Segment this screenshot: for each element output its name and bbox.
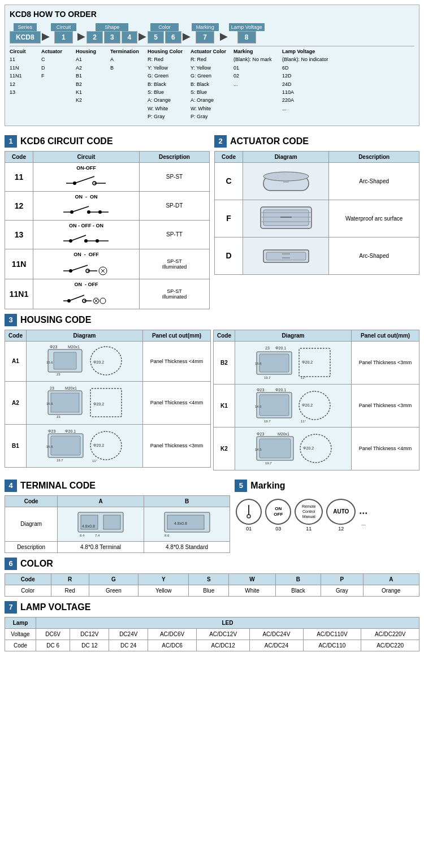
housing-k1-svg: Φ23 Φ20.1 14.5 19.7 Φ20.2 11° [254,387,333,424]
color-yellow: Yellow [139,585,189,596]
housing-k1-panel: Panel Thickness <3mm [352,384,419,427]
svg-text:19.7: 19.7 [265,461,272,465]
section-2-num: 2 [214,135,227,148]
terminal-b-diagram: 4.8x0.8 8.6 [144,507,230,541]
actuator-code-c: C [215,162,243,200]
marking-etc-label: ... [361,521,366,526]
circuit-header-code: Code [5,151,33,162]
svg-point-33 [100,298,106,304]
shape-num4: 4 [122,31,138,44]
color-white: White [229,585,276,596]
svg-text:15.6: 15.6 [46,445,53,448]
marking-12: AUTO 12 [326,499,356,532]
code-acdc220: AC/DC220 [361,640,419,651]
svg-text:23: 23 [57,373,60,376]
actuator-desc-c: Arc-Shaped [329,162,419,200]
svg-line-2 [75,176,94,183]
terminal-b-svg: 4.8x0.8 8.6 [162,509,213,538]
circuit-11-svg [63,172,109,188]
volt-dc6v: DC6V [36,628,70,640]
housing-b2-panel: Panel Thickness <3mm [352,341,419,384]
actuator-header-diagram: Diagram [243,151,329,162]
actuator-table: Code Diagram Description C [214,151,419,275]
table-row: B1 Φ23 Φ20.1 15.6 19.7 [5,424,211,467]
actuator-header-desc: Description [329,151,419,162]
code-acdc24: AC/DC24 [250,640,303,651]
color-green: Green [89,585,138,596]
housing-a2-diagram: 23 M20x1 15.6 23 Φ20.2 [27,381,143,424]
table-row: 13 ON - OFF - ON [5,220,210,249]
housing-a2-panel: Panel Thickness <4mm [143,381,211,424]
arrow2: ▶ [77,30,85,44]
svg-text:Φ20.2: Φ20.2 [302,360,313,364]
color-box: Color 5 6 [148,23,181,44]
color-table: Code R G Y S W B P A Color Red Green Yel… [5,573,419,597]
terminal-desc-label: Description [5,541,58,552]
volt-acdc24v: AC/DC24V [250,628,303,640]
circuit-header-circuit: Circuit [33,151,140,162]
svg-text:15.6: 15.6 [255,362,262,365]
svg-text:Φ20.1: Φ20.1 [275,388,286,392]
svg-text:23: 23 [57,415,60,418]
actuator-color-detail: Actuator Color R: RedY: YellowG: GreenB:… [191,47,230,121]
color-red: Red [51,585,89,596]
section-6-title: COLOR [20,559,53,569]
sections-4-5: 4 TERMINAL CODE Code A B Diagram [5,475,419,553]
housing-right-table: Code Diagram Panel cut out(mm) B2 [213,330,419,470]
svg-text:Φ23: Φ23 [257,388,264,392]
table-row: Voltage DC6V DC12V DC24V AC/DC6V AC/DC12… [5,628,419,640]
code-dc12: DC 12 [70,640,109,651]
lamp-voltage-label: Lamp Voltage [229,23,265,31]
circuit-13-diagram: ON - OFF - ON [33,220,140,249]
volt-acdc6v: AC/DC6V [148,628,197,640]
svg-text:Φ20.2: Φ20.2 [93,443,104,447]
code-acdc12: AC/DC12 [197,640,250,651]
table-row: K1 Φ23 Φ20.1 14.5 19.7 [214,384,419,427]
svg-text:M20x1: M20x1 [68,345,80,349]
svg-text:Φ20.2: Φ20.2 [303,446,314,450]
svg-line-29 [69,295,84,301]
volt-dc12v: DC12V [70,628,109,640]
terminal-a-diagram: 4.8x0.8 8.4 7.4 [58,507,144,541]
svg-rect-102 [103,515,120,529]
svg-text:14.5: 14.5 [255,448,262,451]
code-11n: 11N [5,249,33,279]
terminal-header-code: Code [5,495,58,507]
color-blue: Blue [189,585,229,596]
housing-b2-svg: 23 Φ20.1 15.6 19.7 Φ20.2 11° [254,344,333,381]
marking-01: 01 [236,499,262,532]
svg-text:23: 23 [50,386,54,390]
section-1-circuit: 1 KCD6 CIRCUIT CODE Code Circuit Descrip… [5,131,210,309]
arrow3: ▶ [139,30,146,44]
actuator-c-svg [258,165,314,196]
circuit-box: Circuit 1 [51,23,77,44]
section-7-title: LAMP VOLTAGE [20,602,90,612]
circuit-table: Code Circuit Description 11 ON-OFF [5,151,210,309]
svg-text:M20x1: M20x1 [278,432,289,436]
svg-text:8.6: 8.6 [165,534,170,537]
svg-text:Φ23: Φ23 [48,429,55,433]
marking-01-label: 01 [246,526,252,532]
table-row: B2 23 Φ20.1 15.6 19.7 [214,341,419,384]
section-5-num: 5 [235,480,247,492]
terminal-table: Code A B Diagram 4.8x0.8 [5,495,230,553]
desc-12: SP-DT [139,191,209,220]
section-2-actuator: 2 ACTUATOR CODE Code Diagram Description… [214,131,419,309]
svg-text:Φ20.2: Φ20.2 [302,403,313,407]
section-5-marking: 5 Marking 01 ONOFF 03 RemoteCon [235,475,419,553]
circuit-12-svg [60,201,111,217]
color-gray: Gray [321,585,363,596]
table-row: C Arc-Shaped [215,162,419,200]
svg-line-14 [71,235,86,241]
housing-code-b2: B2 [214,341,235,384]
sections-1-2: 1 KCD6 CIRCUIT CODE Code Circuit Descrip… [5,131,419,309]
svg-text:Φ20.1: Φ20.1 [65,429,76,433]
color-header-p: P [321,573,363,585]
terminal-b-desc: 4.8*0.8 Standard [144,541,230,552]
terminal-diagram-label: Diagram [5,507,58,541]
svg-rect-40 [263,210,309,226]
voltage-label: Voltage [5,628,36,640]
desc-11n: SP-STIlluminated [139,249,209,279]
marking-num7: 7 [196,31,214,44]
housing-b1-panel: Panel Thickness <3mm [143,424,211,467]
